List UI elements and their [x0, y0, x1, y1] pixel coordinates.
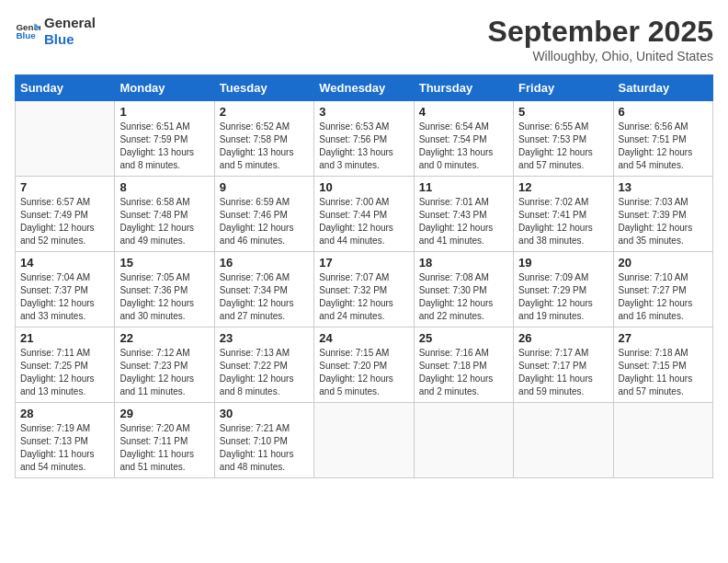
day-info: Sunrise: 7:01 AMSunset: 7:43 PMDaylight:… — [419, 196, 508, 247]
day-info: Sunrise: 7:15 AMSunset: 7:20 PMDaylight:… — [319, 347, 408, 398]
day-number: 5 — [518, 105, 608, 119]
calendar-cell: 5Sunrise: 6:55 AMSunset: 7:53 PMDaylight… — [514, 101, 613, 177]
day-number: 17 — [319, 256, 408, 270]
logo-text: General Blue — [44, 15, 96, 48]
header-wednesday: Wednesday — [314, 75, 414, 101]
logo-icon: General Blue — [15, 18, 40, 44]
day-number: 23 — [220, 331, 309, 345]
calendar-cell: 9Sunrise: 6:59 AMSunset: 7:46 PMDaylight… — [214, 177, 313, 252]
calendar-cell: 4Sunrise: 6:54 AMSunset: 7:54 PMDaylight… — [414, 101, 513, 177]
day-number: 11 — [419, 180, 508, 194]
day-number: 16 — [220, 256, 309, 270]
day-info: Sunrise: 7:21 AMSunset: 7:10 PMDaylight:… — [220, 422, 309, 474]
header-friday: Friday — [514, 75, 613, 101]
day-info: Sunrise: 7:08 AMSunset: 7:30 PMDaylight:… — [419, 271, 508, 323]
calendar-cell: 15Sunrise: 7:05 AMSunset: 7:36 PMDayligh… — [115, 252, 214, 327]
calendar-week-4: 28Sunrise: 7:19 AMSunset: 7:13 PMDayligh… — [16, 403, 713, 478]
day-number: 18 — [419, 256, 508, 270]
day-info: Sunrise: 6:52 AMSunset: 7:58 PMDaylight:… — [220, 121, 309, 172]
header-monday: Monday — [115, 75, 214, 101]
day-number: 15 — [119, 256, 209, 270]
calendar-cell — [613, 403, 712, 478]
day-number: 9 — [220, 180, 309, 194]
day-number: 20 — [619, 256, 708, 270]
day-number: 2 — [220, 105, 309, 119]
calendar-cell: 14Sunrise: 7:04 AMSunset: 7:37 PMDayligh… — [16, 252, 115, 327]
calendar-week-0: 1Sunrise: 6:51 AMSunset: 7:59 PMDaylight… — [16, 101, 713, 177]
day-info: Sunrise: 6:51 AMSunset: 7:59 PMDaylight:… — [119, 121, 209, 172]
day-number: 24 — [319, 331, 408, 345]
page-header: General Blue General Blue September 2025… — [15, 15, 713, 63]
calendar-week-3: 21Sunrise: 7:11 AMSunset: 7:25 PMDayligh… — [16, 327, 713, 403]
calendar-cell: 6Sunrise: 6:56 AMSunset: 7:51 PMDaylight… — [613, 101, 712, 177]
header-saturday: Saturday — [613, 75, 712, 101]
header-thursday: Thursday — [414, 75, 513, 101]
calendar-subtitle: Willoughby, Ohio, United States — [488, 49, 713, 63]
day-number: 19 — [518, 256, 608, 270]
svg-text:Blue: Blue — [16, 30, 36, 40]
day-number: 14 — [20, 256, 109, 270]
calendar-cell: 7Sunrise: 6:57 AMSunset: 7:49 PMDaylight… — [16, 177, 115, 252]
day-info: Sunrise: 6:53 AMSunset: 7:56 PMDaylight:… — [319, 121, 408, 172]
day-number: 29 — [119, 407, 209, 420]
day-number: 27 — [619, 331, 708, 345]
day-info: Sunrise: 7:11 AMSunset: 7:25 PMDaylight:… — [20, 347, 109, 398]
day-number: 8 — [119, 180, 209, 194]
calendar-cell: 2Sunrise: 6:52 AMSunset: 7:58 PMDaylight… — [214, 101, 313, 177]
day-number: 28 — [20, 407, 109, 420]
calendar-cell: 11Sunrise: 7:01 AMSunset: 7:43 PMDayligh… — [414, 177, 513, 252]
calendar-cell: 22Sunrise: 7:12 AMSunset: 7:23 PMDayligh… — [115, 327, 214, 403]
day-info: Sunrise: 6:57 AMSunset: 7:49 PMDaylight:… — [20, 196, 109, 247]
calendar-week-2: 14Sunrise: 7:04 AMSunset: 7:37 PMDayligh… — [16, 252, 713, 327]
calendar-header-row: SundayMondayTuesdayWednesdayThursdayFrid… — [16, 75, 713, 101]
day-info: Sunrise: 7:09 AMSunset: 7:29 PMDaylight:… — [518, 271, 608, 323]
calendar-cell: 17Sunrise: 7:07 AMSunset: 7:32 PMDayligh… — [314, 252, 414, 327]
day-info: Sunrise: 7:10 AMSunset: 7:27 PMDaylight:… — [619, 271, 708, 323]
day-info: Sunrise: 7:12 AMSunset: 7:23 PMDaylight:… — [119, 347, 209, 398]
day-number: 30 — [220, 407, 309, 420]
day-info: Sunrise: 7:20 AMSunset: 7:11 PMDaylight:… — [119, 422, 209, 474]
day-info: Sunrise: 7:03 AMSunset: 7:39 PMDaylight:… — [619, 196, 708, 247]
day-info: Sunrise: 7:17 AMSunset: 7:17 PMDaylight:… — [518, 347, 608, 398]
calendar-cell: 3Sunrise: 6:53 AMSunset: 7:56 PMDaylight… — [314, 101, 414, 177]
day-info: Sunrise: 6:59 AMSunset: 7:46 PMDaylight:… — [220, 196, 309, 247]
day-number: 3 — [319, 105, 408, 119]
header-sunday: Sunday — [16, 75, 115, 101]
calendar-cell: 26Sunrise: 7:17 AMSunset: 7:17 PMDayligh… — [514, 327, 613, 403]
calendar-cell — [16, 101, 115, 177]
calendar-cell: 28Sunrise: 7:19 AMSunset: 7:13 PMDayligh… — [16, 403, 115, 478]
calendar-cell — [514, 403, 613, 478]
day-number: 7 — [20, 180, 109, 194]
day-number: 10 — [319, 180, 408, 194]
calendar-cell: 1Sunrise: 6:51 AMSunset: 7:59 PMDaylight… — [115, 101, 214, 177]
day-info: Sunrise: 7:04 AMSunset: 7:37 PMDaylight:… — [20, 271, 109, 323]
calendar-cell — [314, 403, 414, 478]
logo: General Blue General Blue — [15, 15, 96, 48]
calendar-cell: 27Sunrise: 7:18 AMSunset: 7:15 PMDayligh… — [613, 327, 712, 403]
day-info: Sunrise: 7:18 AMSunset: 7:15 PMDaylight:… — [619, 347, 708, 398]
calendar-cell: 16Sunrise: 7:06 AMSunset: 7:34 PMDayligh… — [214, 252, 313, 327]
day-info: Sunrise: 7:00 AMSunset: 7:44 PMDaylight:… — [319, 196, 408, 247]
day-info: Sunrise: 6:55 AMSunset: 7:53 PMDaylight:… — [518, 121, 608, 172]
day-number: 21 — [20, 331, 109, 345]
calendar-title: September 2025 — [488, 15, 713, 49]
day-info: Sunrise: 7:16 AMSunset: 7:18 PMDaylight:… — [419, 347, 508, 398]
day-info: Sunrise: 6:58 AMSunset: 7:48 PMDaylight:… — [119, 196, 209, 247]
calendar-cell — [414, 403, 513, 478]
calendar-cell: 8Sunrise: 6:58 AMSunset: 7:48 PMDaylight… — [115, 177, 214, 252]
calendar-cell: 13Sunrise: 7:03 AMSunset: 7:39 PMDayligh… — [613, 177, 712, 252]
day-info: Sunrise: 7:05 AMSunset: 7:36 PMDaylight:… — [119, 271, 209, 323]
calendar-table: SundayMondayTuesdayWednesdayThursdayFrid… — [15, 75, 713, 478]
day-info: Sunrise: 6:54 AMSunset: 7:54 PMDaylight:… — [419, 121, 508, 172]
day-number: 6 — [619, 105, 708, 119]
calendar-week-1: 7Sunrise: 6:57 AMSunset: 7:49 PMDaylight… — [16, 177, 713, 252]
day-info: Sunrise: 7:13 AMSunset: 7:22 PMDaylight:… — [220, 347, 309, 398]
day-info: Sunrise: 7:19 AMSunset: 7:13 PMDaylight:… — [20, 422, 109, 474]
calendar-cell: 10Sunrise: 7:00 AMSunset: 7:44 PMDayligh… — [314, 177, 414, 252]
calendar-cell: 24Sunrise: 7:15 AMSunset: 7:20 PMDayligh… — [314, 327, 414, 403]
calendar-cell: 23Sunrise: 7:13 AMSunset: 7:22 PMDayligh… — [214, 327, 313, 403]
calendar-cell: 21Sunrise: 7:11 AMSunset: 7:25 PMDayligh… — [16, 327, 115, 403]
calendar-cell: 19Sunrise: 7:09 AMSunset: 7:29 PMDayligh… — [514, 252, 613, 327]
day-info: Sunrise: 7:06 AMSunset: 7:34 PMDaylight:… — [220, 271, 309, 323]
day-number: 22 — [119, 331, 209, 345]
